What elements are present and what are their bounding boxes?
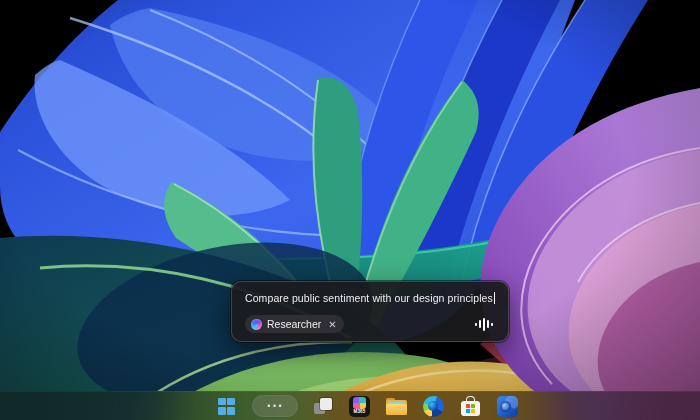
chip-close-icon[interactable]: ✕	[328, 319, 336, 330]
voice-waveform-icon[interactable]	[475, 317, 495, 331]
desktop: Compare public sentiment with our design…	[0, 0, 700, 420]
search-ellipsis-icon: •••	[265, 402, 284, 411]
m365-copilot-app-button[interactable]: M365	[348, 394, 372, 418]
task-view-icon	[314, 397, 332, 415]
taskbar-items: ••• M365	[17, 392, 700, 420]
researcher-agent-chip[interactable]: Researcher ✕	[245, 315, 344, 333]
windows-logo-icon	[218, 398, 235, 415]
microsoft-store-icon	[461, 396, 480, 416]
copilot-command-bar[interactable]: Compare public sentiment with our design…	[231, 281, 509, 342]
outlook-icon	[497, 396, 518, 417]
command-bar-footer: Researcher ✕	[245, 315, 495, 333]
m365-icon-label: M365	[353, 410, 365, 415]
file-explorer-icon	[386, 398, 407, 415]
edge-button[interactable]	[422, 394, 446, 418]
text-caret	[494, 292, 495, 304]
agent-chip-label: Researcher	[267, 318, 321, 330]
bloom-wallpaper	[0, 0, 700, 420]
query-input[interactable]: Compare public sentiment with our design…	[245, 292, 495, 304]
start-button[interactable]	[215, 394, 239, 418]
search-box[interactable]: •••	[252, 395, 298, 417]
file-explorer-button[interactable]	[385, 394, 409, 418]
microsoft-store-button[interactable]	[459, 394, 483, 418]
edge-icon	[423, 396, 444, 417]
query-text: Compare public sentiment with our design…	[245, 292, 493, 304]
outlook-button[interactable]	[496, 394, 520, 418]
m365-copilot-icon: M365	[349, 396, 370, 417]
copilot-icon	[251, 319, 262, 330]
task-view-button[interactable]	[311, 394, 335, 418]
taskbar: ••• M365	[0, 391, 700, 420]
